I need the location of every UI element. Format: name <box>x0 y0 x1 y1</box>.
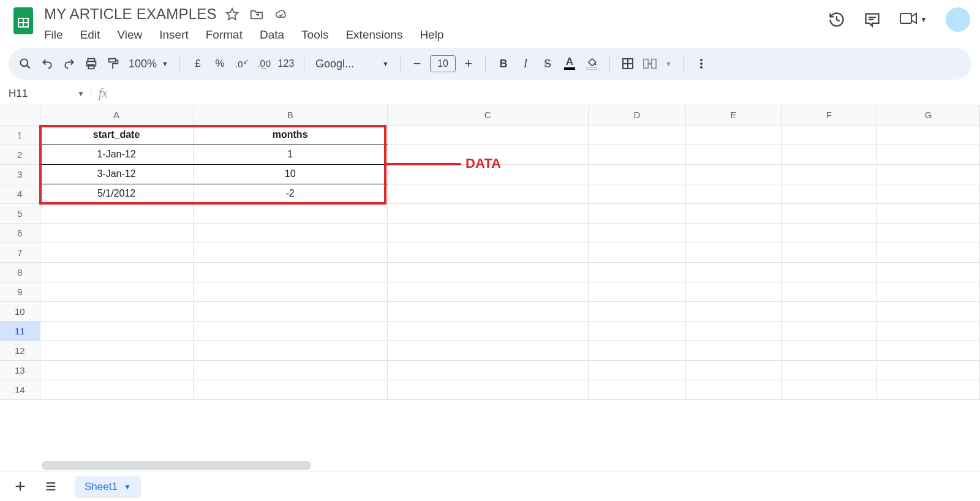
redo-icon[interactable] <box>62 57 76 70</box>
decrease-font-size-button[interactable]: − <box>412 56 423 72</box>
cell-B12[interactable] <box>193 341 387 360</box>
cell-A11[interactable] <box>40 321 193 341</box>
history-icon[interactable] <box>828 11 845 28</box>
number-format-button[interactable]: 123 <box>279 57 293 70</box>
cell-C5[interactable] <box>387 203 588 223</box>
meet-icon[interactable] <box>899 11 916 28</box>
cell-D14[interactable] <box>588 380 685 399</box>
cell-E8[interactable] <box>685 262 781 282</box>
cell-C14[interactable] <box>387 380 588 399</box>
row-header-4[interactable]: 4 <box>0 184 40 203</box>
bold-button[interactable]: B <box>497 57 510 70</box>
star-icon[interactable] <box>225 7 239 21</box>
chevron-down-icon[interactable]: ▼ <box>920 15 927 24</box>
zoom-dropdown[interactable]: 100% ▼ <box>129 58 168 70</box>
cell-A3[interactable]: 3-Jan-12 <box>40 164 193 184</box>
cell-A4[interactable]: 5/1/2012 <box>40 184 193 203</box>
cell-D4[interactable] <box>588 184 685 203</box>
cell-A7[interactable] <box>40 243 193 262</box>
cell-D10[interactable] <box>588 301 685 321</box>
cell-C2[interactable] <box>387 145 588 164</box>
cell-C4[interactable] <box>387 184 588 203</box>
cell-B2[interactable]: 1 <box>193 145 387 164</box>
cell-E10[interactable] <box>685 301 781 321</box>
menu-edit[interactable]: Edit <box>80 28 100 42</box>
cell-F9[interactable] <box>781 282 876 301</box>
cell-B1[interactable]: months <box>193 125 387 145</box>
menu-insert[interactable]: Insert <box>159 28 189 42</box>
row-header-7[interactable]: 7 <box>0 243 40 262</box>
cell-C9[interactable] <box>387 282 588 301</box>
cell-D9[interactable] <box>588 282 685 301</box>
cell-G1[interactable] <box>876 125 979 145</box>
account-avatar[interactable] <box>946 7 970 32</box>
paint-format-icon[interactable] <box>107 57 120 70</box>
cell-D13[interactable] <box>588 360 685 380</box>
tab-sheet1[interactable]: Sheet1 ▼ <box>75 476 141 498</box>
cell-G8[interactable] <box>876 262 979 282</box>
column-header-D[interactable]: D <box>588 105 685 125</box>
cell-C12[interactable] <box>387 341 588 360</box>
cell-D5[interactable] <box>588 203 685 223</box>
cell-F3[interactable] <box>781 164 876 184</box>
row-header-8[interactable]: 8 <box>0 262 40 282</box>
cell-E11[interactable] <box>685 321 781 341</box>
strikethrough-button[interactable]: S <box>541 57 554 70</box>
cell-A2[interactable]: 1-Jan-12 <box>40 145 193 164</box>
borders-button[interactable] <box>621 57 635 70</box>
row-header-11[interactable]: 11 <box>0 321 40 341</box>
cell-D12[interactable] <box>588 341 685 360</box>
cell-G7[interactable] <box>876 243 979 262</box>
cloud-status-icon[interactable] <box>274 7 288 21</box>
column-header-B[interactable]: B <box>193 105 387 125</box>
fill-color-button[interactable] <box>585 57 598 70</box>
cell-D6[interactable] <box>588 223 685 243</box>
sheets-logo[interactable] <box>10 4 37 38</box>
cell-G6[interactable] <box>876 223 979 243</box>
cell-G13[interactable] <box>876 360 979 380</box>
increase-decimal-button[interactable]: .0̲0 <box>257 57 271 70</box>
cell-B8[interactable] <box>193 262 387 282</box>
menu-extensions[interactable]: Extensions <box>345 28 402 42</box>
row-header-6[interactable]: 6 <box>0 223 40 243</box>
all-sheets-button[interactable] <box>44 480 59 494</box>
chevron-down-icon[interactable]: ▼ <box>665 60 672 67</box>
cell-B4[interactable]: -2 <box>193 184 387 203</box>
column-header-C[interactable]: C <box>387 105 588 125</box>
cell-F7[interactable] <box>781 243 876 262</box>
increase-font-size-button[interactable]: + <box>463 56 474 72</box>
cell-E12[interactable] <box>685 341 781 360</box>
row-header-14[interactable]: 14 <box>0 380 40 399</box>
cell-B9[interactable] <box>193 282 387 301</box>
cell-C11[interactable] <box>387 321 588 341</box>
row-header-1[interactable]: 1 <box>0 125 40 145</box>
cell-C6[interactable] <box>387 223 588 243</box>
cell-D3[interactable] <box>588 164 685 184</box>
undo-icon[interactable] <box>40 57 54 70</box>
cell-G3[interactable] <box>876 164 979 184</box>
cell-E14[interactable] <box>685 380 781 399</box>
cell-B3[interactable]: 10 <box>193 164 387 184</box>
cell-C7[interactable] <box>387 243 588 262</box>
cell-A9[interactable] <box>40 282 193 301</box>
cell-F2[interactable] <box>781 145 876 164</box>
cell-C8[interactable] <box>387 262 588 282</box>
cell-B7[interactable] <box>193 243 387 262</box>
cell-F4[interactable] <box>781 184 876 203</box>
more-toolbar-button[interactable] <box>695 57 708 70</box>
cell-D2[interactable] <box>588 145 685 164</box>
cell-G10[interactable] <box>876 301 979 321</box>
cell-E4[interactable] <box>685 184 781 203</box>
cell-F10[interactable] <box>781 301 876 321</box>
cell-A5[interactable] <box>40 203 193 223</box>
cell-B6[interactable] <box>193 223 387 243</box>
cell-G2[interactable] <box>876 145 979 164</box>
cell-D1[interactable] <box>588 125 685 145</box>
cell-D11[interactable] <box>588 321 685 341</box>
cell-C10[interactable] <box>387 301 588 321</box>
cell-D7[interactable] <box>588 243 685 262</box>
search-icon[interactable] <box>18 57 32 70</box>
cell-C3[interactable] <box>387 164 588 184</box>
cell-F1[interactable] <box>781 125 876 145</box>
row-header-9[interactable]: 9 <box>0 282 40 301</box>
